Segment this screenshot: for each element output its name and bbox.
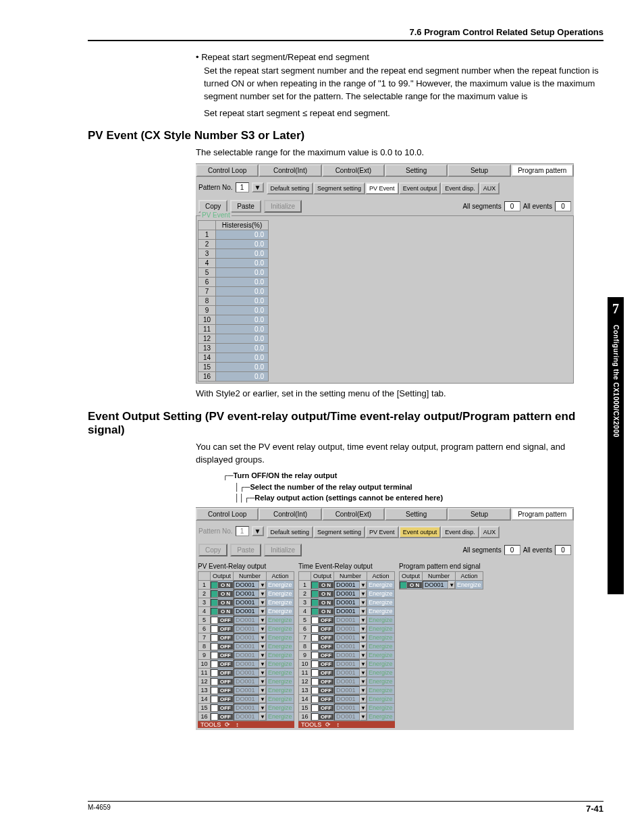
output-checkbox[interactable] bbox=[311, 634, 319, 642]
tab-event-output[interactable]: Event output bbox=[399, 526, 441, 538]
dropdown-icon[interactable]: ▼ bbox=[259, 634, 266, 642]
number-cell[interactable]: DO001▼ bbox=[234, 677, 267, 686]
dropdown-icon[interactable]: ▼ bbox=[360, 660, 367, 668]
dropdown-icon[interactable]: ▼ bbox=[360, 669, 367, 677]
number-cell[interactable]: DO001▼ bbox=[234, 581, 267, 590]
tab-control-ext-[interactable]: Control(Ext) bbox=[322, 164, 385, 177]
output-checkbox[interactable] bbox=[311, 599, 319, 606]
number-cell[interactable]: DO001▼ bbox=[234, 669, 267, 677]
tools-bar[interactable]: TOOLS⟳↕ bbox=[298, 721, 395, 728]
dropdown-icon[interactable]: ▼ bbox=[259, 660, 266, 668]
output-cell[interactable]: O N bbox=[311, 598, 334, 607]
output-cell[interactable]: OFF bbox=[311, 616, 334, 625]
hysteresis-value[interactable]: 0.0 bbox=[216, 344, 269, 353]
number-cell[interactable]: DO001▼ bbox=[334, 695, 367, 704]
tab-pv-event[interactable]: PV Event bbox=[365, 526, 399, 538]
number-cell[interactable]: DO001▼ bbox=[234, 712, 267, 721]
output-cell[interactable]: OFF bbox=[211, 633, 234, 642]
output-checkbox[interactable] bbox=[311, 660, 319, 668]
output-checkbox[interactable] bbox=[400, 581, 407, 589]
tab-default-setting[interactable]: Default setting bbox=[267, 526, 314, 538]
dropdown-icon[interactable]: ▼ bbox=[252, 182, 264, 192]
output-cell[interactable]: OFF bbox=[211, 669, 234, 677]
output-cell[interactable]: OFF bbox=[311, 695, 334, 704]
tab-segment-setting[interactable]: Segment setting bbox=[313, 526, 365, 538]
paste-button[interactable]: Paste bbox=[230, 200, 261, 213]
output-checkbox[interactable] bbox=[211, 643, 218, 650]
number-cell[interactable]: DO001▼ bbox=[334, 686, 367, 695]
dropdown-icon[interactable]: ▼ bbox=[259, 704, 266, 712]
tab-control-loop[interactable]: Control Loop bbox=[196, 508, 259, 521]
dropdown-icon[interactable]: ▼ bbox=[360, 687, 367, 694]
hysteresis-value[interactable]: 0.0 bbox=[216, 287, 269, 296]
dropdown-icon[interactable]: ▼ bbox=[360, 625, 367, 633]
output-checkbox[interactable] bbox=[211, 634, 218, 642]
output-cell[interactable]: OFF bbox=[311, 660, 334, 669]
dropdown-icon[interactable]: ▼ bbox=[360, 617, 367, 624]
tab-control-int-[interactable]: Control(Int) bbox=[259, 164, 321, 177]
number-cell[interactable]: DO001▼ bbox=[334, 669, 367, 677]
output-cell[interactable]: OFF bbox=[311, 704, 334, 712]
tab-setting[interactable]: Setting bbox=[385, 164, 448, 177]
number-cell[interactable]: DO001▼ bbox=[334, 616, 367, 625]
output-checkbox[interactable] bbox=[311, 608, 319, 615]
output-cell[interactable]: OFF bbox=[311, 677, 334, 686]
dropdown-icon[interactable]: ▼ bbox=[360, 590, 367, 598]
output-checkbox[interactable] bbox=[211, 669, 218, 677]
number-cell[interactable]: DO001▼ bbox=[334, 677, 367, 686]
dropdown-icon[interactable]: ▼ bbox=[259, 581, 266, 589]
output-cell[interactable]: OFF bbox=[211, 616, 234, 625]
number-cell[interactable]: DO001▼ bbox=[334, 660, 367, 669]
number-cell[interactable]: DO001▼ bbox=[234, 660, 267, 669]
all-segments-field[interactable]: 0 bbox=[504, 201, 520, 211]
tools-bar[interactable]: TOOLS⟳↕ bbox=[198, 721, 294, 728]
dropdown-icon[interactable]: ▼ bbox=[360, 634, 367, 642]
output-checkbox[interactable] bbox=[311, 643, 319, 650]
output-checkbox[interactable] bbox=[211, 617, 218, 624]
output-cell[interactable]: OFF bbox=[311, 669, 334, 677]
hysteresis-value[interactable]: 0.0 bbox=[216, 259, 269, 268]
output-cell[interactable]: OFF bbox=[211, 712, 234, 721]
tab-pv-event[interactable]: PV Event bbox=[365, 182, 399, 194]
output-checkbox[interactable] bbox=[211, 652, 218, 659]
number-cell[interactable]: DO001▼ bbox=[334, 642, 367, 651]
output-cell[interactable]: OFF bbox=[211, 625, 234, 633]
dropdown-icon[interactable]: ▼ bbox=[259, 590, 266, 598]
all-events-field[interactable]: 0 bbox=[555, 545, 571, 555]
tab-control-ext-[interactable]: Control(Ext) bbox=[322, 508, 385, 521]
output-cell[interactable]: O N bbox=[400, 581, 423, 590]
hysteresis-value[interactable]: 0.0 bbox=[216, 315, 269, 325]
number-cell[interactable]: DO001▼ bbox=[234, 642, 267, 651]
output-cell[interactable]: OFF bbox=[311, 651, 334, 660]
output-cell[interactable]: OFF bbox=[211, 660, 234, 669]
tab-aux[interactable]: AUX bbox=[479, 526, 500, 538]
output-checkbox[interactable] bbox=[311, 590, 319, 598]
number-cell[interactable]: DO001▼ bbox=[334, 633, 367, 642]
output-checkbox[interactable] bbox=[211, 608, 218, 615]
number-cell[interactable]: DO001▼ bbox=[234, 625, 267, 633]
all-events-field[interactable]: 0 bbox=[555, 201, 571, 211]
dropdown-icon[interactable]: ▼ bbox=[252, 526, 264, 536]
number-cell[interactable]: DO001▼ bbox=[234, 598, 267, 607]
output-checkbox[interactable] bbox=[211, 590, 218, 598]
number-cell[interactable]: DO001▼ bbox=[334, 581, 367, 590]
dropdown-icon[interactable]: ▼ bbox=[259, 643, 266, 650]
output-cell[interactable]: O N bbox=[211, 598, 234, 607]
output-cell[interactable]: OFF bbox=[211, 651, 234, 660]
output-checkbox[interactable] bbox=[211, 696, 218, 703]
output-checkbox[interactable] bbox=[311, 669, 319, 677]
dropdown-icon[interactable]: ▼ bbox=[259, 599, 266, 606]
hysteresis-value[interactable]: 0.0 bbox=[216, 363, 269, 372]
number-cell[interactable]: DO001▼ bbox=[234, 695, 267, 704]
dropdown-icon[interactable]: ▼ bbox=[259, 617, 266, 624]
output-checkbox[interactable] bbox=[311, 625, 319, 633]
output-checkbox[interactable] bbox=[311, 687, 319, 694]
output-cell[interactable]: OFF bbox=[211, 704, 234, 712]
tab-segment-setting[interactable]: Segment setting bbox=[313, 182, 365, 194]
dropdown-icon[interactable]: ▼ bbox=[360, 678, 367, 685]
output-cell[interactable]: O N bbox=[311, 590, 334, 598]
number-cell[interactable]: DO001▼ bbox=[234, 590, 267, 598]
dropdown-icon[interactable]: ▼ bbox=[360, 696, 367, 703]
dropdown-icon[interactable]: ▼ bbox=[448, 581, 455, 589]
output-cell[interactable]: O N bbox=[311, 581, 334, 590]
